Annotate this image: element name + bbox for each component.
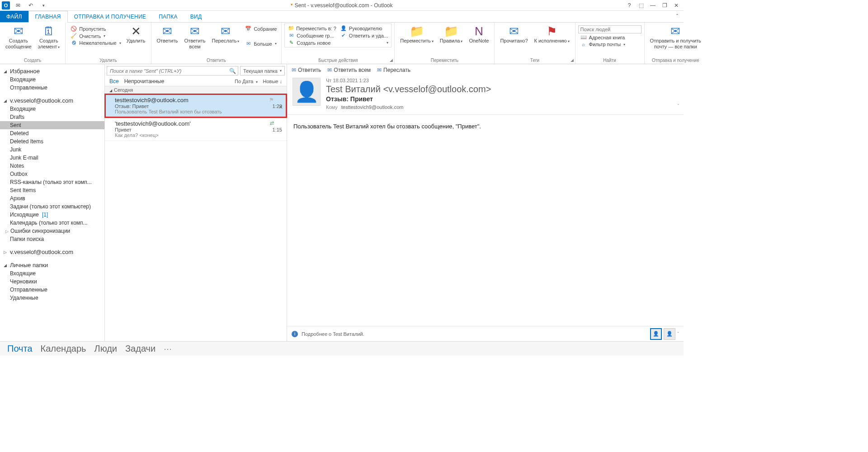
folder-item[interactable]: Sent Items xyxy=(0,186,104,194)
filter-unread[interactable]: Непрочитанные xyxy=(124,78,164,85)
qat-send-receive-icon[interactable]: ✉ xyxy=(14,1,23,9)
sort-order-button[interactable]: Новые ↓ xyxy=(263,79,283,84)
search-icon[interactable]: 🔍 xyxy=(228,68,238,74)
followup-button[interactable]: ⚑К исполнению▾ xyxy=(532,24,572,44)
tab-file[interactable]: ФАЙЛ xyxy=(0,11,28,22)
quickstep-to-manager[interactable]: 👤Руководителю xyxy=(338,25,391,32)
message-item[interactable]: ⚑ ✕ testtestovich9@outlook.com Отзыв: Пр… xyxy=(105,94,287,118)
folder-item[interactable]: Outbox xyxy=(0,170,104,178)
nav-more-icon[interactable]: ⋯ xyxy=(164,344,173,354)
sort-by-button[interactable]: По Дата ▾ xyxy=(235,79,258,84)
tab-folder[interactable]: ПАПКА xyxy=(152,11,184,22)
qat-customize-icon[interactable]: ▾ xyxy=(39,1,48,9)
junk-icon: 🛇 xyxy=(70,40,77,46)
folder-local-inbox[interactable]: Входящие xyxy=(0,269,104,278)
ignore-button[interactable]: 🚫Пропустить xyxy=(68,25,123,32)
nav-calendar[interactable]: Календарь xyxy=(41,344,86,354)
message-from: 'testtestovich9@outlook.com' xyxy=(115,120,282,127)
people-pane-link[interactable]: Подробнее о Test Виталий. xyxy=(302,331,364,337)
forward-button[interactable]: ✉Переслать▾ xyxy=(209,24,242,44)
account1-header[interactable]: ◢v.vesselof@outlook.com xyxy=(0,96,104,105)
folder-item[interactable]: Папки поиска xyxy=(0,235,104,243)
folder-item[interactable]: Junk E-mail xyxy=(0,154,104,162)
delete-button[interactable]: ✕Удалить xyxy=(124,24,148,44)
qat-undo-icon[interactable]: ↶ xyxy=(26,1,35,9)
search-input[interactable] xyxy=(107,68,228,74)
tab-send-receive[interactable]: ОТПРАВКА И ПОЛУЧЕНИЕ xyxy=(68,11,152,22)
favorites-header[interactable]: ◢Избранное xyxy=(0,67,104,75)
folder-fav-sent[interactable]: Отправленные xyxy=(0,84,104,92)
people-pane-expand-icon[interactable]: ˆ xyxy=(677,331,679,337)
filter-mail-button[interactable]: ⌕Фильтр почты▾ xyxy=(578,41,642,47)
reply-all-button[interactable]: ✉Ответить всем xyxy=(182,24,208,49)
ribbon-collapse-button[interactable]: ˆ xyxy=(671,11,684,22)
search-people-input[interactable] xyxy=(578,25,642,33)
mark-read-button[interactable]: ✉Прочитано? xyxy=(497,24,530,44)
new-item-button[interactable]: 🗓Создать элемент▾ xyxy=(35,24,63,49)
ribbon-group-quicksteps: 📁Переместить в: ? 👤Руководителю ✉Сообщен… xyxy=(282,23,395,64)
folder-item[interactable]: ▷Ошибки синхронизации xyxy=(0,227,104,235)
move-button[interactable]: 📁Переместить▾ xyxy=(397,24,436,44)
quickstep-team-mail[interactable]: ✉Сообщение гр... xyxy=(286,32,338,39)
folder-item[interactable]: RSS-каналы (только этот комп... xyxy=(0,178,104,186)
tags-launcher[interactable]: ◢ xyxy=(571,58,574,62)
folder-item[interactable]: Задачи (только этот компьютер) xyxy=(0,202,104,211)
contact-thumbnail[interactable]: 👤 xyxy=(650,328,662,340)
folder-local-drafts[interactable]: Черновики xyxy=(0,278,104,286)
quickstep-create-new[interactable]: ✎Создать новое xyxy=(286,39,338,46)
new-mail-button[interactable]: ✉Создать сообщение xyxy=(3,24,34,49)
cleanup-button[interactable]: 🧹Очистить▾ xyxy=(68,33,123,39)
tab-view[interactable]: ВИД xyxy=(184,11,208,22)
delete-message-icon[interactable]: ✕ xyxy=(278,104,283,110)
quickstep-move-to[interactable]: 📁Переместить в: ? xyxy=(286,25,338,32)
rp-reply-button[interactable]: ✉Ответить xyxy=(292,67,321,73)
folder-item[interactable]: Архив xyxy=(0,194,104,202)
search-scope-button[interactable]: Текущая папка▾ xyxy=(240,66,285,75)
quickstep-reply-delete[interactable]: ✔Ответить и уда... xyxy=(338,32,391,39)
folder-item[interactable]: Sent xyxy=(0,121,104,129)
flag-icon[interactable]: ⚑ xyxy=(269,97,274,103)
contact-thumbnail[interactable]: 👤 xyxy=(664,328,675,340)
more-respond-button[interactable]: ✉Больше▾ xyxy=(243,40,278,47)
folder-local-deleted[interactable]: Удаленные xyxy=(0,294,104,302)
folder-item[interactable]: Notes xyxy=(0,162,104,170)
onenote-button[interactable]: NOneNote xyxy=(466,24,491,44)
folder-item[interactable]: Junk xyxy=(0,146,104,154)
more-icon: ✉ xyxy=(245,41,252,47)
date-group-today[interactable]: ◢Сегодня xyxy=(105,86,287,94)
rp-forward-button[interactable]: ✉Переслать xyxy=(377,67,410,73)
local-folders-header[interactable]: ◢Личные папки xyxy=(0,261,104,269)
address-book-button[interactable]: 📖Адресная книга xyxy=(578,34,642,41)
quickstep-more[interactable]: ▾ xyxy=(338,39,391,46)
folder-item[interactable]: Deleted xyxy=(0,129,104,137)
message-item[interactable]: ⇄ 'testtestovich9@outlook.com' Привет1:1… xyxy=(105,118,287,141)
folder-item[interactable]: Входящие xyxy=(0,105,104,113)
meeting-button[interactable]: 📅Собрание xyxy=(243,25,278,32)
close-button[interactable]: ✕ xyxy=(671,1,682,9)
outlook-logo-icon: O xyxy=(2,1,10,9)
junk-button[interactable]: 🛇Нежелательные▾ xyxy=(68,40,123,46)
header-collapse-icon[interactable]: ˆ xyxy=(678,104,679,109)
tab-home[interactable]: ГЛАВНАЯ xyxy=(28,11,68,23)
maximize-button[interactable]: ❐ xyxy=(659,1,670,9)
folder-item[interactable]: Drafts xyxy=(0,113,104,121)
search-box[interactable]: 🔍 xyxy=(107,66,238,75)
folder-item[interactable]: Исходящие [1] xyxy=(0,211,104,219)
ribbon-display-button[interactable]: ⬚ xyxy=(636,1,646,9)
folder-item[interactable]: Календарь (только этот комп... xyxy=(0,219,104,227)
nav-mail[interactable]: Почта xyxy=(7,344,33,354)
account2-header[interactable]: ▷v.vesselof@outlook.com xyxy=(0,248,104,256)
help-button[interactable]: ? xyxy=(624,1,635,9)
filter-all[interactable]: Все xyxy=(109,78,119,85)
folder-local-sent[interactable]: Отправленные xyxy=(0,286,104,294)
reply-button[interactable]: ✉Ответить xyxy=(154,24,181,44)
nav-tasks[interactable]: Задачи xyxy=(125,344,156,354)
folder-fav-inbox[interactable]: Входящие xyxy=(0,75,104,84)
rp-reply-all-button[interactable]: ✉Ответить всем xyxy=(327,67,371,73)
quicksteps-launcher[interactable]: ◢ xyxy=(390,58,393,62)
folder-item[interactable]: Deleted Items xyxy=(0,137,104,146)
send-receive-all-button[interactable]: ✉Отправить и получить почту — все папки xyxy=(647,24,704,49)
rules-button[interactable]: 📁Правила▾ xyxy=(437,24,466,44)
nav-people[interactable]: Люди xyxy=(94,344,118,354)
minimize-button[interactable]: — xyxy=(647,1,658,9)
